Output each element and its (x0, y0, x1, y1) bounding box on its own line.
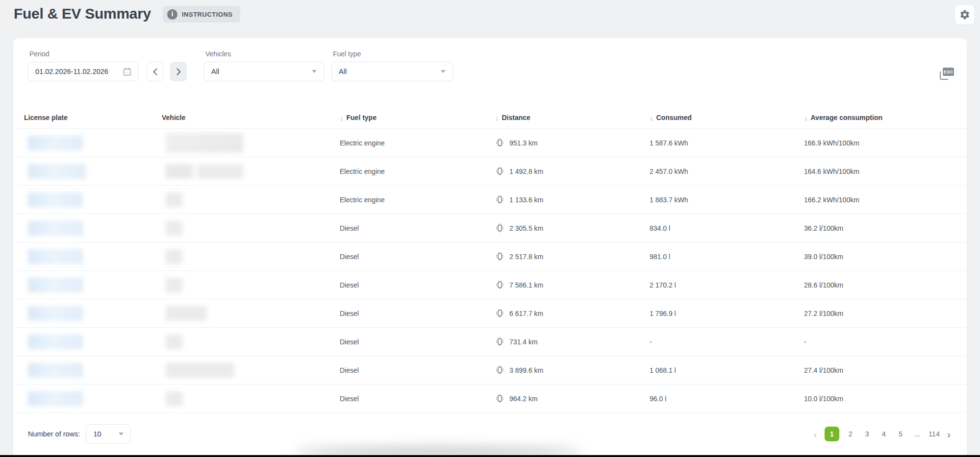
rows-per-page-label: Number of rows: (28, 430, 80, 438)
table-row: Diesel 2 305.5 km 834.0 l 36.2 l/ (13, 214, 967, 242)
column-header[interactable]: ↓ Consumed (650, 114, 804, 121)
vehicles-label: Vehicles (205, 50, 231, 58)
consumed-cell: 2 457.0 kWh (650, 168, 804, 175)
page-button[interactable]: 4 (879, 430, 889, 438)
fuel-type-cell: Diesel (340, 310, 495, 317)
distance-cell: 1 492.8 km (495, 167, 650, 176)
table-row: Diesel 7 586.1 km 2 170.2 l 28.6 (13, 270, 967, 299)
info-icon: i (167, 9, 177, 20)
page-button[interactable]: ... (912, 430, 923, 438)
distance-value: 7 586.1 km (509, 281, 543, 289)
fuel-type-cell: Electric engine (340, 139, 495, 147)
table-row: Diesel 3 899.6 km 1 068.1 l 27.4 (13, 356, 967, 384)
fuel-type-select[interactable]: All (331, 62, 453, 81)
excel-export-button[interactable]: EXC (939, 66, 954, 80)
distance-value: 2 517.8 km (509, 253, 543, 261)
column-header[interactable]: ↓ Distance (495, 114, 650, 121)
distance-cell: 3 899.6 km (495, 365, 650, 375)
period-value: 01.02.2026-11.02.2026 (35, 68, 108, 75)
vehicle-redacted (166, 391, 182, 406)
license-plate-cell (24, 164, 162, 179)
consumed-cell: 1 587.6 kWh (650, 139, 804, 147)
instructions-button[interactable]: i INSTRUCTIONS (163, 6, 240, 23)
license-plate-cell (24, 136, 162, 150)
excel-export-icon-label: EXC (943, 68, 954, 76)
license-plate-redacted (28, 249, 83, 264)
license-plate-redacted (28, 136, 83, 150)
average-consumption-cell: 164.6 kWh/100km (804, 168, 967, 175)
pagination-next-icon[interactable]: › (946, 429, 952, 439)
page-button[interactable]: 3 (862, 430, 873, 438)
vehicle-cell (162, 249, 340, 264)
fuel-type-cell: Diesel (340, 253, 495, 261)
sort-down-icon: ↓ (495, 114, 499, 121)
settings-button[interactable] (955, 4, 975, 25)
license-plate-cell (24, 335, 162, 349)
vehicles-select[interactable]: All (204, 62, 324, 81)
vehicle-cell (162, 133, 340, 153)
chevron-left-icon (153, 68, 157, 75)
license-plate-redacted (28, 221, 83, 236)
chevron-down-icon (312, 70, 317, 73)
average-consumption-cell: 166.2 kWh/100km (804, 196, 967, 204)
vehicle-cell (162, 192, 340, 207)
license-plate-cell (24, 306, 162, 321)
vehicles-value: All (211, 68, 219, 75)
license-plate-redacted (28, 164, 86, 179)
average-consumption-cell: 36.2 l/100km (804, 224, 967, 232)
sort-down-icon: ↓ (804, 114, 808, 121)
column-header-label: Distance (502, 114, 530, 121)
license-plate-cell (24, 278, 162, 292)
average-consumption-cell: 27.2 l/100km (804, 310, 967, 317)
page-button[interactable]: 2 (845, 430, 856, 438)
odometer-icon (495, 280, 504, 289)
chevron-down-icon (441, 70, 446, 73)
page-button[interactable]: 1 (825, 427, 839, 441)
page-button[interactable]: 5 (895, 430, 906, 438)
rows-per-page-select[interactable]: 10 (86, 424, 131, 444)
vehicle-redacted (166, 192, 182, 207)
rows-per-page-value: 10 (93, 430, 101, 438)
column-header-label: Fuel type (347, 114, 377, 121)
top-bar: Fuel & EV Summary i INSTRUCTIONS (0, 0, 980, 38)
fuel-type-cell: Diesel (340, 338, 495, 346)
vehicle-redacted (166, 164, 243, 179)
sort-down-icon: ↓ (650, 114, 653, 121)
distance-value: 1 133.6 km (509, 196, 543, 204)
consumed-cell: 981.0 l (650, 253, 804, 261)
fuel-type-value: All (339, 68, 347, 75)
vehicle-redacted (166, 221, 182, 236)
calendar-icon[interactable] (123, 67, 132, 76)
license-plate-redacted (28, 363, 83, 378)
distance-value: 731.4 km (509, 338, 538, 346)
license-plate-cell (24, 221, 162, 236)
vehicle-redacted (166, 249, 182, 264)
column-header[interactable]: ↓ Average consumption (804, 114, 967, 121)
consumed-cell: 1 883.7 kWh (650, 196, 804, 204)
period-next-button[interactable] (170, 62, 187, 81)
pagination-prev-icon[interactable]: ‹ (812, 429, 819, 439)
vehicle-redacted (166, 306, 207, 321)
column-header[interactable]: ↓ License plate (24, 114, 162, 121)
odometer-icon (495, 138, 504, 147)
table-row: Diesel 6 617.7 km 1 796.9 l 27.2 (13, 299, 967, 327)
license-plate-redacted (28, 278, 83, 292)
table-row: Diesel 964.2 km 96.0 l 10.0 l/100 (13, 384, 967, 412)
average-consumption-cell: 39.0 l/100km (804, 253, 967, 261)
period-prev-button[interactable] (147, 62, 163, 81)
column-header[interactable]: ↓ Vehicle (162, 114, 340, 121)
average-consumption-cell: 27.4 l/100km (804, 366, 967, 374)
period-input[interactable]: 01.02.2026-11.02.2026 (28, 62, 138, 81)
distance-value: 6 617.7 km (509, 310, 543, 317)
sort-down-icon: ↓ (340, 114, 344, 121)
page-button[interactable]: 114 (929, 430, 940, 438)
window-bottom-edge (0, 455, 980, 457)
distance-value: 2 305.5 km (509, 224, 543, 232)
consumed-cell: 2 170.2 l (650, 281, 804, 289)
fuel-type-cell: Diesel (340, 224, 495, 232)
fuel-type-cell: Electric engine (340, 168, 495, 175)
column-header-label: Average consumption (811, 114, 883, 121)
table-row: Diesel 2 517.8 km 981.0 l 39.0 l/ (13, 242, 967, 270)
column-header[interactable]: ↓ Fuel type (340, 114, 495, 121)
odometer-icon (495, 365, 504, 375)
